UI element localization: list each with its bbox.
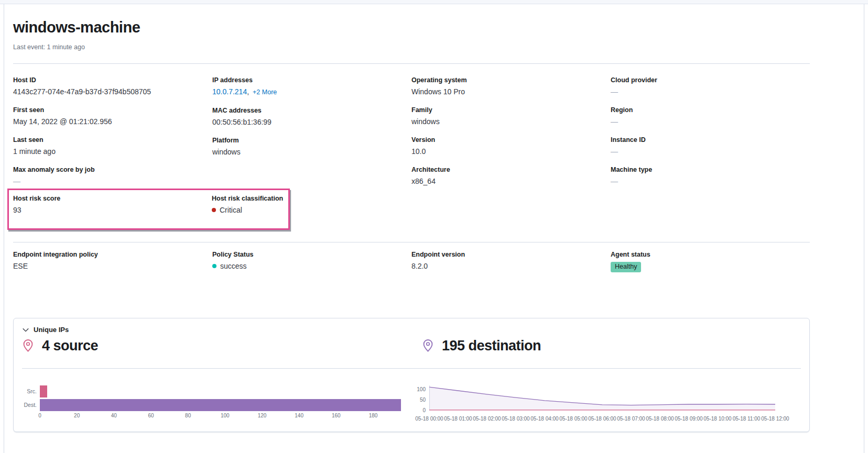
field-ip-addresses: IP addresses 10.0.7.214,+2 More [212, 76, 411, 97]
time-tick-label: 05-18 05:00 [559, 416, 587, 422]
risk-highlight-box: Host risk score 93 Host risk classificat… [7, 189, 290, 230]
line-chart-x-axis: 05-18 00:0005-18 01:0005-18 02:0005-18 0… [429, 416, 801, 423]
field-endpoint-version: Endpoint version 8.2.0 [411, 250, 611, 271]
success-status-dot [212, 264, 216, 268]
time-tick-label: 05-18 08:00 [646, 416, 674, 422]
time-tick-label: 05-18 02:00 [473, 416, 501, 422]
field-value: 1 minute ago [13, 147, 212, 157]
field-value: — [611, 176, 810, 186]
x-tick-label: 40 [111, 413, 117, 418]
ip-more-link[interactable]: +2 More [253, 89, 277, 96]
field-label: Max anomaly score by job [13, 165, 212, 174]
field-label: IP addresses [212, 76, 411, 84]
x-tick-label: 140 [295, 413, 303, 418]
time-tick-label: 05-18 06:00 [588, 416, 616, 422]
field-cloud-provider: Cloud provider — [611, 76, 810, 97]
y-tick-label: 100 [417, 386, 426, 392]
field-label: Machine type [611, 165, 810, 174]
field-endpoint-policy: Endpoint integration policy ESE [13, 250, 212, 271]
field-label: Instance ID [611, 136, 810, 144]
field-value: 10.0.7.214,+2 More [212, 87, 411, 97]
field-label: Region [611, 106, 810, 114]
host-header: windows-machine Last event: 1 minute ago [13, 4, 810, 51]
field-label: Version [411, 136, 611, 144]
source-count-text: 4 source [42, 337, 98, 355]
field-label: Architecture [411, 165, 611, 174]
host-detail-tabs: AuthenticationsUncommon processesAnomali… [13, 449, 810, 453]
field-value: ESE [13, 261, 212, 271]
map-pin-icon [422, 339, 434, 352]
field-label: Host risk score [13, 194, 212, 203]
field-label: Last seen [13, 136, 212, 144]
field-label: Host ID [13, 76, 212, 84]
x-tick-label: 60 [148, 413, 154, 418]
map-pin-icon [22, 339, 34, 352]
source-ips-stat: 4 source [22, 337, 411, 355]
field-label: First seen [13, 106, 212, 114]
x-tick-label: 0 [38, 413, 41, 418]
line-chart-plot [429, 385, 775, 411]
field-value: 93 [13, 205, 212, 215]
tab-external-alerts[interactable]: External alerts [283, 449, 336, 453]
risk-classification-text: Critical [220, 206, 242, 214]
time-tick-label: 05-18 07:00 [617, 416, 645, 422]
destination-ips-stat: 195 destination [411, 337, 801, 355]
tab-hosts-by-risk[interactable]: Hosts by risk [352, 449, 400, 453]
field-agent-status: Agent status Healthy [611, 250, 810, 280]
chevron-down-icon[interactable] [22, 326, 29, 334]
field-label: Host risk classification [212, 194, 288, 203]
field-label: Endpoint version [411, 250, 611, 259]
page-title: windows-machine [13, 18, 810, 36]
ip-address-link[interactable]: 10.0.7.214 [212, 87, 247, 96]
field-label: Cloud provider [611, 76, 810, 84]
field-machine-type: Machine type — [611, 165, 810, 186]
destination-count-text: 195 destination [442, 337, 541, 355]
field-value: — [611, 147, 810, 157]
field-max-anomaly-score: Max anomaly score by job — [13, 165, 212, 186]
bar-row-src: Src. [22, 385, 411, 397]
field-host-risk-score: Host risk score 93 [13, 194, 212, 215]
field-host-id: Host ID 4143c277-074e-47a9-b37d-37f94b50… [13, 76, 212, 97]
field-value: 4143c277-074e-47a9-b37d-37f94b508705 [13, 87, 212, 97]
field-value: windows [411, 117, 611, 127]
tab-sessions[interactable]: Sessions [416, 449, 451, 453]
bar-category-label: Src. [22, 385, 40, 397]
field-mac-addresses: MAC addresses 00:50:56:b1:36:99 [212, 106, 411, 127]
field-value: Healthy [611, 261, 810, 272]
field-architecture: Architecture x86_64 [411, 165, 611, 186]
field-operating-system: Operating system Windows 10 Pro [411, 76, 611, 97]
unique-ips-panel: Unique IPs 4 source 195 destination [13, 318, 810, 432]
field-label: Operating system [411, 76, 611, 84]
tab-anomalies[interactable]: Anomalies [186, 449, 225, 453]
field-label: Platform [212, 136, 411, 145]
time-tick-label: 05-18 09:00 [675, 416, 702, 422]
tab-authentications[interactable]: Authentications [13, 449, 72, 453]
last-event-text: Last event: 1 minute ago [13, 43, 810, 51]
x-tick-label: 100 [221, 413, 230, 418]
bar-chart-x-axis: 020406080100120140160180 [40, 413, 401, 420]
field-last-seen: Last seen 1 minute ago [13, 136, 212, 157]
header-divider [13, 63, 810, 64]
x-tick-label: 160 [332, 413, 341, 418]
time-tick-label: 05-18 10:00 [703, 416, 731, 422]
field-value: Windows 10 Pro [411, 87, 611, 97]
field-version: Version 10.0 [411, 136, 611, 157]
tab-events[interactable]: Events [241, 449, 267, 453]
field-family: Family windows [411, 106, 611, 127]
details-column-4: Cloud provider — Region — Instance ID — … [611, 76, 810, 186]
field-policy-status: Policy Status success [212, 250, 411, 271]
x-tick-label: 180 [369, 413, 378, 418]
section-divider [13, 242, 810, 242]
field-value: windows [212, 147, 411, 157]
y-tick-label: 0 [422, 407, 426, 413]
field-region: Region — [611, 106, 810, 127]
ip-comma: , [247, 87, 249, 96]
field-label: MAC addresses [212, 106, 411, 115]
field-value: Critical [212, 205, 288, 215]
x-tick-label: 120 [258, 413, 267, 418]
time-tick-label: 05-18 03:00 [502, 416, 529, 422]
y-tick-label: 50 [420, 397, 426, 403]
host-details-grid: Host ID 4143c277-074e-47a9-b37d-37f94b50… [13, 76, 810, 186]
bar-src [40, 385, 47, 397]
tab-uncommon-processes[interactable]: Uncommon processes [88, 449, 170, 453]
